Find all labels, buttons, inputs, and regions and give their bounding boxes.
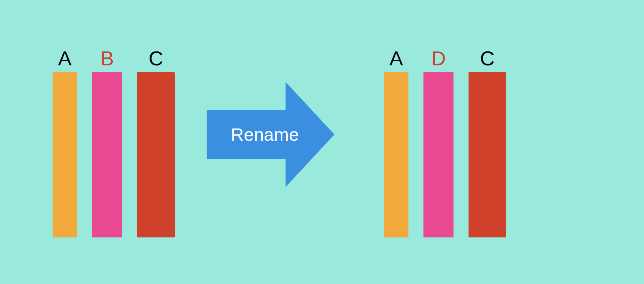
column-bar bbox=[92, 72, 122, 237]
column-bar bbox=[469, 72, 506, 237]
column-label: C bbox=[480, 48, 495, 68]
columns-before: A B C bbox=[53, 48, 175, 237]
diagram-canvas: A B C Rename A D C bbox=[0, 0, 644, 284]
column-before-B: B bbox=[92, 48, 122, 237]
column-after-D: D bbox=[423, 48, 454, 237]
column-bar bbox=[423, 72, 454, 237]
column-bar bbox=[53, 72, 77, 237]
column-label: C bbox=[149, 48, 163, 68]
column-bar bbox=[384, 72, 408, 237]
column-before-A: A bbox=[53, 48, 77, 237]
column-before-C: C bbox=[137, 48, 175, 237]
column-label: B bbox=[100, 48, 114, 68]
column-label: D bbox=[431, 48, 446, 68]
columns-after: A D C bbox=[384, 48, 506, 237]
column-label: A bbox=[58, 48, 71, 68]
column-label: A bbox=[389, 48, 403, 68]
column-bar bbox=[137, 72, 175, 237]
column-after-C: C bbox=[469, 48, 506, 237]
column-after-A: A bbox=[384, 48, 408, 237]
rename-arrow: Rename bbox=[207, 82, 334, 187]
arrow-label: Rename bbox=[231, 124, 299, 145]
